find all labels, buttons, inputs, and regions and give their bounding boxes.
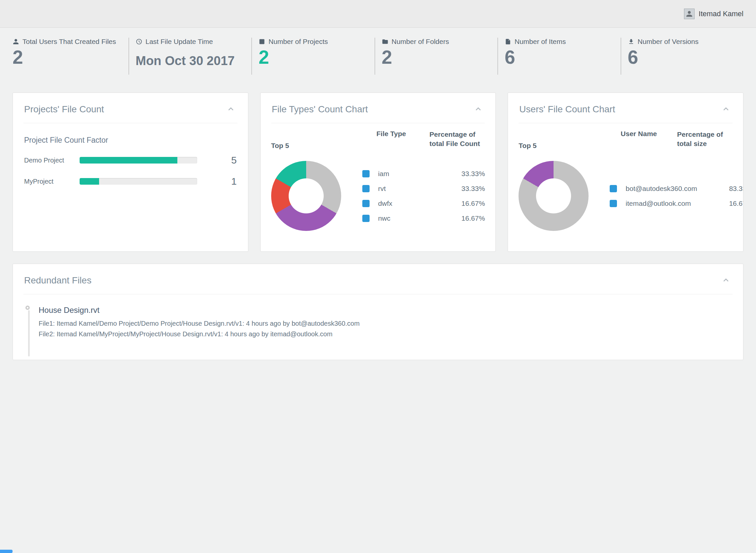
folder-icon: [382, 38, 389, 45]
file-icon: [505, 38, 511, 45]
download-icon: [628, 38, 635, 45]
file-types-donut-chart: [271, 161, 341, 231]
stat-value: 2: [13, 46, 129, 68]
legend-value: 83.33%: [697, 185, 743, 192]
top5-label: Top 5: [271, 142, 353, 150]
legend-label: nwc: [378, 214, 430, 222]
legend-header: Top 5 User Name Percentage of total size: [518, 130, 733, 150]
progress-track: [80, 178, 197, 185]
cards-row: Projects' File Count Project File Count …: [13, 92, 743, 252]
bar-label: MyProject: [24, 178, 80, 185]
users-donut-chart: [518, 161, 589, 231]
stat-value: 2: [259, 46, 374, 68]
chart-area: bot@autodesk360.com 83.33% itemad@outloo…: [518, 161, 733, 231]
chevron-up-icon: [474, 104, 483, 113]
legend-header: Top 5 File Type Percentage of total File…: [271, 130, 485, 150]
legend-marker: [362, 170, 369, 177]
redundant-file-name: House Design.rvt: [38, 306, 733, 315]
progress-fill: [80, 178, 99, 185]
chart-area: iam 33.33% rvt 33.33% dwfx 16.67%: [271, 161, 485, 231]
stat-folders: Number of Folders 2: [374, 38, 498, 75]
legend-item: iam 33.33%: [362, 166, 485, 181]
stat-label: Number of Items: [515, 38, 566, 46]
redundant-files-card: Redundant Files House Design.rvt File1: …: [13, 264, 743, 360]
stat-value: Mon Oct 30 2017: [136, 46, 252, 68]
stat-projects: Number of Projects 2: [251, 38, 374, 75]
legend-value: 16.67%: [429, 214, 485, 222]
stat-items: Number of Items 6: [497, 38, 620, 75]
redundant-file-item: House Design.rvt File1: Itemad Kamel/Dem…: [28, 306, 733, 339]
stat-last-update: Last File Update Time Mon Oct 30 2017: [129, 38, 252, 75]
column-header-percentage: Percentage of total File Count: [429, 130, 485, 149]
stat-label: Total Users That Created Files: [22, 38, 116, 46]
progress-fill: [80, 157, 177, 163]
legend-marker: [362, 200, 369, 207]
card-header: Users' File Count Chart: [518, 93, 733, 123]
stats-row: Total Users That Created Files 2 Last Fi…: [13, 38, 743, 75]
chevron-up-icon: [721, 104, 731, 113]
legend-marker: [610, 185, 617, 192]
legend-label: itemad@outlook.com: [625, 200, 697, 208]
legend-marker: [610, 200, 617, 207]
legend-value: 16.67%: [429, 200, 485, 208]
card-header: Redundant Files: [23, 264, 733, 294]
file-types-count-card: File Types' Count Chart Top 5 File Type …: [260, 92, 496, 252]
card-header: Projects' File Count: [23, 93, 238, 123]
card-title: Redundant Files: [24, 275, 91, 286]
horizontal-scrollbar-thumb[interactable]: [0, 550, 13, 553]
bar-label: Demo Project: [24, 157, 80, 164]
legend-marker: [362, 215, 369, 222]
redundant-file-detail: File1: Itemad Kamel/Demo Project/Demo Pr…: [38, 318, 733, 329]
collapse-button[interactable]: [472, 103, 484, 115]
legend-label: dwfx: [378, 200, 430, 208]
column-header-file-type: File Type: [353, 130, 430, 138]
stat-versions: Number of Versions 6: [620, 38, 744, 75]
stat-label: Number of Projects: [268, 38, 328, 46]
chevron-up-icon: [226, 104, 236, 113]
avatar: [684, 9, 694, 19]
card-title: Projects' File Count: [24, 104, 104, 114]
legend-item: rvt 33.33%: [362, 181, 485, 196]
card-title: File Types' Count Chart: [272, 104, 368, 114]
timeline-dot-icon: [25, 306, 30, 310]
collapse-button[interactable]: [225, 103, 237, 115]
legend-marker: [362, 185, 369, 192]
bar-row: Demo Project 5: [24, 155, 237, 166]
stat-total-users: Total Users That Created Files 2: [13, 38, 129, 75]
bar-row: MyProject 1: [24, 176, 237, 187]
column-header-user-name: User Name: [600, 130, 677, 138]
legend-value: 33.33%: [429, 170, 485, 178]
user-icon: [13, 38, 19, 45]
clock-icon: [136, 38, 142, 45]
legend-item: bot@autodesk360.com 83.33%: [610, 181, 743, 196]
card-header: File Types' Count Chart: [271, 93, 485, 123]
column-header-percentage: Percentage of total size: [677, 130, 733, 149]
chevron-up-icon: [721, 275, 731, 285]
stat-value: 2: [382, 46, 498, 68]
stat-label: Number of Versions: [638, 38, 698, 46]
redundant-file-detail: File2: Itemad Kamel/MyProject/MyProject/…: [38, 329, 733, 339]
stat-value: 6: [628, 46, 744, 68]
legend: iam 33.33% rvt 33.33% dwfx 16.67%: [362, 166, 485, 226]
legend-label: bot@autodesk360.com: [625, 185, 697, 192]
stat-label: Number of Folders: [392, 38, 449, 46]
legend-item: dwfx 16.67%: [362, 196, 485, 211]
legend-item: itemad@outlook.com 16.67%: [610, 196, 743, 211]
legend-label: iam: [378, 170, 430, 178]
chart-subtitle: Project File Count Factor: [24, 136, 238, 145]
redundant-file-timeline: House Design.rvt File1: Itemad Kamel/Dem…: [28, 306, 733, 359]
progress-track: [80, 157, 197, 163]
stat-value: 6: [505, 46, 620, 68]
legend-value: 16.67%: [697, 200, 743, 208]
projects-file-count-card: Projects' File Count Project File Count …: [13, 92, 248, 252]
legend-item: nwc 16.67%: [362, 211, 485, 226]
collapse-button[interactable]: [720, 103, 732, 115]
bar-value: 5: [197, 155, 237, 166]
user-name: Itemad Kamel: [698, 10, 743, 18]
user-menu[interactable]: Itemad Kamel: [684, 9, 743, 19]
legend-value: 33.33%: [429, 185, 485, 192]
legend: bot@autodesk360.com 83.33% itemad@outloo…: [610, 181, 743, 211]
collapse-button[interactable]: [720, 274, 732, 287]
top5-label: Top 5: [518, 142, 600, 150]
topbar: Itemad Kamel: [0, 0, 756, 28]
